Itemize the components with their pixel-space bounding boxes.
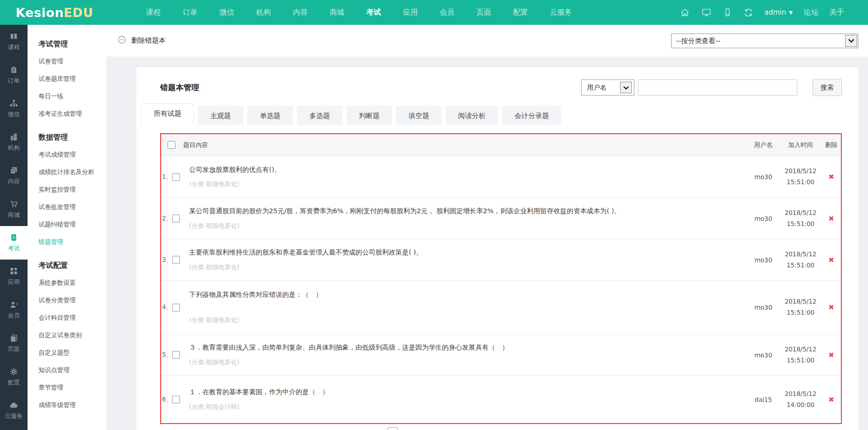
submenu-item-custom-question-type[interactable]: 自定义题型 [28,344,106,362]
row-checkbox[interactable] [172,215,180,222]
delete-wrong-book-button[interactable]: 删除错题本 [118,35,166,46]
tab-single-choice[interactable]: 单选题 [247,106,293,125]
sidebar-item-courses[interactable]: 课程 [0,25,28,58]
question-category: (分类:初级电算化) [189,263,743,272]
sidebar-item-wechat[interactable]: 微信 [0,92,28,125]
tab-fill-blank[interactable]: 填空题 [396,106,442,125]
column-header-question: 题目内容 [183,141,747,149]
nav-item-institutions[interactable]: 机构 [256,0,271,25]
nav-item-apps[interactable]: 应用 [403,0,418,25]
submenu-item-knowledge-points[interactable]: 知识点管理 [28,362,106,379]
chevron-down-icon: ▼ [789,10,793,16]
row-time: 2018/5/1215:51:00 [779,296,822,318]
nav-item-wechat[interactable]: 微信 [219,0,234,25]
submenu-item-custom-paper-type[interactable]: 自定义试卷类别 [28,327,106,344]
row-checkbox[interactable] [172,396,180,403]
nav-item-courses[interactable]: 课程 [146,0,161,25]
submenu-section-exam-config: 考试配置 系统参数设置 试卷分类管理 会计科目管理 自定义试卷类别 自定义题型 … [28,255,106,414]
question-text: 某公司普通股目前的股价为25元/股，筹资费率为6%，刚刚支付的每股股利为2元， … [189,207,743,216]
row-time: 2018/5/1215:51:00 [779,166,822,187]
submenu-item-accounting-subjects[interactable]: 会计科目管理 [28,309,106,327]
submenu-item-wrong-question-management[interactable]: 错题管理 [28,233,106,251]
nav-item-content[interactable]: 内容 [293,0,308,25]
sidebar-item-content[interactable]: 内容 [0,159,28,192]
search-button[interactable]: 搜索 [812,79,842,96]
submenu-item-system-params[interactable]: 系统参数设置 [28,274,106,292]
submenu-item-admission-ticket[interactable]: 准考证生成管理 [28,105,106,123]
submenu-item-paper-grading[interactable]: 试卷批改管理 [28,198,106,216]
select-arrow-icon [845,35,857,47]
about-link[interactable]: 关于 [829,8,844,17]
gear-icon [9,367,18,376]
row-checkbox[interactable] [172,304,180,311]
tab-accounting-entry[interactable]: 会计分录题 [502,106,561,125]
delete-row-icon[interactable]: ✖ [829,215,834,223]
admin-menu[interactable]: admin ▼ [765,8,793,17]
submenu-item-grade-levels[interactable]: 成绩等级管理 [28,396,106,414]
table-row: 2、 某公司普通股目前的股价为25元/股，筹资费率为6%，刚刚支付的每股股利为2… [161,198,841,239]
sidebar-item-members[interactable]: 会员 [0,293,28,327]
submenu-item-score-ranking[interactable]: 成绩统计排名及分析 [28,164,106,181]
submenu-item-question-bank[interactable]: 试卷题库管理 [28,70,106,88]
delete-row-icon[interactable]: ✖ [829,303,834,311]
exam-file-icon [10,233,18,242]
nav-item-members[interactable]: 会员 [440,0,454,25]
nav-item-exam[interactable]: 考试 [366,0,381,25]
admin-username: admin [765,8,786,17]
submenu-item-error-correction[interactable]: 试题纠错管理 [28,216,106,233]
tab-reading-analysis[interactable]: 阅读分析 [446,106,498,125]
top-nav-menu: 课程 订单 微信 机构 内容 商城 考试 应用 会员 页面 配置 云服务 [106,0,572,25]
row-time: 2018/5/1215:51:00 [779,208,822,229]
submenu-section-title: 考试管理 [28,34,106,53]
tab-subjective[interactable]: 主观题 [198,106,243,125]
nav-item-mall[interactable]: 商城 [330,0,344,25]
nav-item-cloud[interactable]: 云服务 [550,0,572,25]
question-category: (分类:初级电算化) [189,180,743,188]
row-username: mo30 [747,173,779,181]
nav-item-pages[interactable]: 页面 [476,0,491,25]
row-checkbox[interactable] [172,256,180,264]
submenu-item-daily-practice[interactable]: 每日一练 [28,88,106,105]
sidebar-item-apps[interactable]: 应用 [0,260,28,293]
submenu-item-paper-management[interactable]: 试卷管理 [28,53,106,70]
row-checkbox[interactable] [172,351,180,359]
sidebar-item-exam[interactable]: 考试 [0,226,28,260]
select-all-checkbox[interactable] [168,141,175,149]
sidebar-item-pages[interactable]: 页面 [0,327,28,360]
delete-row-icon[interactable]: ✖ [829,173,834,181]
forum-link[interactable]: 论坛 [804,8,818,17]
delete-row-icon[interactable]: ✖ [829,351,834,359]
row-checkbox[interactable] [172,173,180,181]
sidebar-item-config[interactable]: 配置 [0,360,28,394]
submenu-item-exam-scores[interactable]: 考试成绩管理 [28,146,106,164]
sidebar-item-cloud[interactable]: 云服务 [0,394,28,427]
table-header-row: 题目内容 用户名 加入时间 删除 [161,134,841,156]
pagination-checkbox-partial[interactable] [387,427,398,430]
submenu-item-chapter-management[interactable]: 章节管理 [28,379,106,396]
submenu-item-realtime-monitor[interactable]: 实时监控管理 [28,181,106,198]
top-navbar: KesionEDU 课程 订单 微信 机构 内容 商城 考试 应用 会员 页面 … [0,0,868,25]
search-field-select[interactable]: 用户名 [581,79,634,96]
submenu-item-paper-category[interactable]: 试卷分类管理 [28,292,106,309]
category-filter-select[interactable]: --按分类查看-- [671,34,858,48]
nav-item-orders[interactable]: 订单 [183,0,197,25]
share-nodes-icon [9,99,18,108]
question-text: 公司发放股票股利的优点有()。 [189,165,743,175]
delete-row-icon[interactable]: ✖ [829,256,834,264]
sidebar-item-mall[interactable]: 商城 [0,192,28,226]
tab-all-questions[interactable]: 所有试题 [141,103,194,125]
table-row: 4、 下列器物及其属性分类对应错误的是：（ ） (分类:初级电算化) mo30 … [161,280,841,334]
mobile-icon[interactable] [723,7,732,17]
refresh-icon[interactable] [743,7,754,18]
desktop-icon[interactable] [701,7,712,17]
tab-multiple-choice[interactable]: 多选题 [297,106,342,125]
delete-row-icon[interactable]: ✖ [829,396,834,404]
sidebar-item-institutions[interactable]: 机构 [0,125,28,159]
search-input[interactable] [638,79,797,96]
question-text: ３．教育需要由浅入深，由简单到复杂、由具体到抽象，由低级到高级，这是因为学生的身… [189,343,743,352]
sidebar-item-orders[interactable]: 订单 [0,58,28,92]
minus-circle-icon [118,35,126,46]
nav-item-config[interactable]: 配置 [513,0,528,25]
tab-true-false[interactable]: 判断题 [347,106,392,125]
home-icon[interactable] [680,7,690,17]
